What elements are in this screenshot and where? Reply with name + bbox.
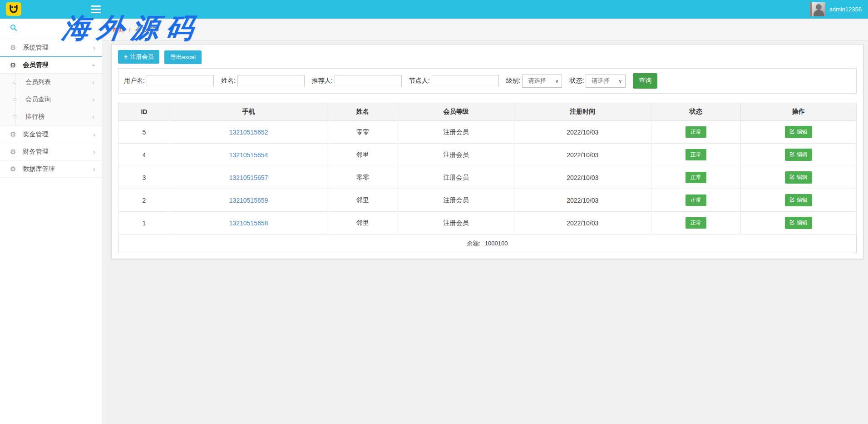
referrer-input[interactable] bbox=[335, 75, 402, 87]
name-label: 姓名: bbox=[221, 77, 236, 85]
table-row: 2 13210515659 邻里 注册会员 2022/10/03 正常 编辑 bbox=[118, 189, 857, 212]
submenu-item-label: 会员查询 bbox=[25, 95, 51, 104]
member-table-body: 5 13210515652 零零 注册会员 2022/10/03 正常 编辑 4… bbox=[118, 121, 857, 234]
register-member-button[interactable]: + 注册会员 bbox=[118, 50, 159, 64]
sidebar-item-bonus[interactable]: ⚙ 奖金管理 › bbox=[0, 126, 102, 143]
cell-name: 邻里 bbox=[327, 189, 398, 212]
edit-button[interactable]: 编辑 bbox=[785, 126, 812, 138]
user-avatar bbox=[810, 2, 825, 16]
table-header-row: ID 手机 姓名 会员等级 注册时间 状态 操作 bbox=[118, 103, 857, 121]
sidebar-item-database[interactable]: ⚙ 数据库管理 › bbox=[0, 160, 102, 178]
breadcrumb-current: 会员管理 bbox=[135, 26, 159, 33]
sidebar-item-label: 奖金管理 bbox=[23, 130, 48, 139]
cell-name: 邻里 bbox=[327, 212, 398, 234]
edit-button[interactable]: 编辑 bbox=[785, 217, 812, 229]
gear-icon: ⚙ bbox=[10, 165, 16, 172]
header-status: 状态 bbox=[651, 103, 740, 121]
username-label: 用户名: bbox=[124, 77, 145, 85]
sidebar-item-ranking[interactable]: 排行榜 › bbox=[0, 108, 102, 125]
edit-icon bbox=[789, 219, 795, 226]
header-name: 姓名 bbox=[327, 103, 398, 121]
gear-icon: ⚙ bbox=[10, 62, 16, 69]
cell-regtime: 2022/10/03 bbox=[514, 212, 651, 234]
status-select[interactable]: 请选择 ∨ bbox=[586, 75, 626, 88]
chevron-down-icon: ∨ bbox=[555, 78, 558, 84]
gear-icon: ⚙ bbox=[10, 44, 16, 51]
sidebar-item-finance[interactable]: ⚙ 财务管理 › bbox=[0, 143, 102, 160]
bullet-icon bbox=[14, 115, 16, 118]
cell-id: 3 bbox=[118, 166, 170, 189]
plus-icon: + bbox=[124, 54, 128, 60]
search-icon[interactable] bbox=[10, 24, 17, 33]
submenu-item-label: 会员列表 bbox=[25, 78, 51, 86]
sidebar-search[interactable] bbox=[0, 19, 102, 39]
edit-button-label: 编辑 bbox=[797, 219, 808, 227]
cell-name: 邻里 bbox=[327, 144, 398, 166]
status-badge[interactable]: 正常 bbox=[686, 195, 706, 206]
filter-bar: 用户名: 姓名: 推荐人: 节点人: 级别: 请选择 ∨ 状态: 请选择 ∨ 查… bbox=[118, 68, 857, 94]
sidebar-item-member-query[interactable]: 会员查询 › bbox=[0, 91, 102, 108]
user-menu[interactable]: admin12356 bbox=[810, 2, 862, 16]
cell-level: 注册会员 bbox=[398, 212, 514, 234]
header-phone: 手机 bbox=[170, 103, 327, 121]
phone-link[interactable]: 13210515654 bbox=[229, 151, 268, 159]
edit-button[interactable]: 编辑 bbox=[785, 194, 812, 206]
sidebar-submenu-member: 会员列表 › 会员查询 › 排行榜 › bbox=[0, 74, 102, 126]
referrer-label: 推荐人: bbox=[312, 77, 333, 85]
chevron-right-icon: › bbox=[93, 165, 95, 173]
sidebar-item-member-list[interactable]: 会员列表 › bbox=[0, 74, 102, 91]
cell-level: 注册会员 bbox=[398, 121, 514, 144]
cell-regtime: 2022/10/03 bbox=[514, 166, 651, 189]
cell-regtime: 2022/10/03 bbox=[514, 121, 651, 144]
header-level: 会员等级 bbox=[398, 103, 514, 121]
edit-button[interactable]: 编辑 bbox=[785, 149, 812, 161]
phone-link[interactable]: 13210515659 bbox=[229, 197, 268, 204]
table-footer-row: 余额: 1000100 bbox=[118, 234, 857, 253]
breadcrumb-home[interactable]: 首页 bbox=[112, 26, 124, 33]
status-badge[interactable]: 正常 bbox=[686, 172, 706, 183]
chevron-right-icon: › bbox=[93, 130, 95, 138]
status-badge[interactable]: 正常 bbox=[686, 149, 706, 160]
submenu-item-label: 排行榜 bbox=[25, 113, 44, 121]
phone-link[interactable]: 13210515652 bbox=[229, 129, 268, 136]
chevron-down-icon: › bbox=[90, 64, 98, 66]
content-card: + 注册会员 导出excel 用户名: 姓名: 推荐人: 节点人: 级别: 请选… bbox=[111, 44, 863, 259]
cell-name: 零零 bbox=[327, 166, 398, 189]
status-badge[interactable]: 正常 bbox=[686, 126, 706, 138]
phone-link[interactable]: 13210515657 bbox=[229, 174, 268, 181]
sidebar-item-label: 数据库管理 bbox=[23, 165, 54, 173]
cell-id: 5 bbox=[118, 121, 170, 144]
edit-icon bbox=[789, 174, 795, 181]
edit-button[interactable]: 编辑 bbox=[785, 171, 812, 184]
cell-level: 注册会员 bbox=[398, 166, 514, 189]
toolbar: + 注册会员 导出excel bbox=[112, 45, 863, 64]
member-table: ID 手机 姓名 会员等级 注册时间 状态 操作 5 13210515652 零… bbox=[118, 103, 857, 253]
phone-link[interactable]: 13210515658 bbox=[229, 219, 268, 227]
export-excel-button[interactable]: 导出excel bbox=[164, 50, 202, 64]
name-input[interactable] bbox=[237, 75, 305, 87]
sidebar-item-system[interactable]: ⚙ 系统管理 › bbox=[0, 39, 102, 56]
sidebar-item-member[interactable]: ⚙ 会员管理 › bbox=[0, 56, 102, 74]
balance-value: 1000100 bbox=[485, 240, 508, 247]
username-input[interactable] bbox=[147, 75, 214, 87]
cell-regtime: 2022/10/03 bbox=[514, 144, 651, 166]
node-input[interactable] bbox=[432, 75, 499, 87]
balance-label: 余额: bbox=[467, 240, 481, 247]
status-badge[interactable]: 正常 bbox=[686, 217, 706, 229]
status-label: 状态: bbox=[569, 77, 584, 85]
cell-id: 1 bbox=[118, 212, 170, 234]
brand-logo-icon[interactable] bbox=[6, 2, 21, 16]
search-button[interactable]: 查询 bbox=[633, 73, 657, 89]
menu-toggle-icon[interactable] bbox=[91, 5, 101, 13]
status-select-value: 请选择 bbox=[592, 77, 609, 85]
topbar: admin12356 bbox=[0, 0, 868, 19]
edit-button-label: 编辑 bbox=[797, 174, 808, 181]
table-row: 1 13210515658 邻里 注册会员 2022/10/03 正常 编辑 bbox=[118, 212, 857, 234]
bullet-icon bbox=[14, 98, 16, 101]
level-select[interactable]: 请选择 ∨ bbox=[522, 75, 562, 88]
cell-level: 注册会员 bbox=[398, 189, 514, 212]
edit-button-label: 编辑 bbox=[797, 151, 808, 159]
node-label: 节点人: bbox=[409, 77, 430, 85]
header-action: 操作 bbox=[740, 103, 856, 121]
cell-level: 注册会员 bbox=[398, 144, 514, 166]
